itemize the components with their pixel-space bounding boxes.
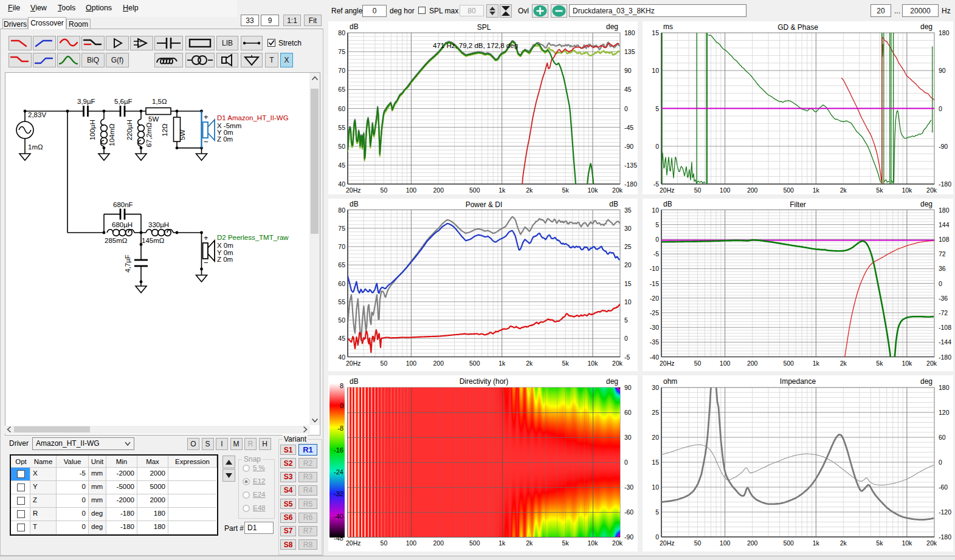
svg-text:5k: 5k <box>876 539 883 547</box>
svg-text:10k: 10k <box>588 186 599 194</box>
svg-text:20Hz: 20Hz <box>346 360 361 367</box>
svg-text:144: 144 <box>939 221 950 228</box>
svg-text:30: 30 <box>624 225 632 232</box>
svg-text:55: 55 <box>338 298 345 306</box>
svg-text:5k: 5k <box>562 186 570 194</box>
svg-text:5,6µF: 5,6µF <box>114 98 133 105</box>
svg-text:200: 200 <box>433 539 444 547</box>
svg-text:-36: -36 <box>939 295 948 302</box>
svg-text:75: 75 <box>338 48 345 55</box>
svg-text:20: 20 <box>652 434 659 441</box>
svg-text:dB: dB <box>350 377 359 386</box>
svg-text:120: 120 <box>939 409 950 416</box>
svg-text:180: 180 <box>939 384 950 391</box>
svg-text:200: 200 <box>433 360 444 367</box>
svg-text:5k: 5k <box>876 360 883 367</box>
svg-text:20k: 20k <box>926 539 937 547</box>
svg-text:100: 100 <box>720 539 731 547</box>
svg-text:0: 0 <box>624 105 628 112</box>
svg-text:80: 80 <box>338 207 345 214</box>
svg-text:1k: 1k <box>813 186 820 194</box>
svg-text:1mΩ: 1mΩ <box>28 143 43 151</box>
svg-text:40: 40 <box>338 180 345 188</box>
svg-text:-72: -72 <box>939 309 948 316</box>
svg-text:500: 500 <box>469 186 480 194</box>
svg-text:-30: -30 <box>624 483 633 491</box>
svg-text:10: 10 <box>652 483 659 491</box>
svg-text:12Ω: 12Ω <box>161 123 168 137</box>
svg-text:180: 180 <box>939 29 950 36</box>
svg-text:80: 80 <box>338 29 345 36</box>
svg-text:2,83V: 2,83V <box>28 111 46 118</box>
svg-text:0: 0 <box>939 280 942 287</box>
svg-text:-120: -120 <box>939 508 951 516</box>
svg-text:72: 72 <box>939 250 946 258</box>
svg-text:20k: 20k <box>612 186 623 194</box>
svg-text:dB: dB <box>609 200 618 208</box>
svg-text:15: 15 <box>624 280 632 287</box>
svg-text:20k: 20k <box>612 360 623 367</box>
svg-text:-25: -25 <box>650 309 659 316</box>
svg-text:180: 180 <box>624 29 635 36</box>
svg-text:10k: 10k <box>588 539 599 547</box>
svg-text:5: 5 <box>655 221 659 228</box>
svg-text:200: 200 <box>747 539 758 547</box>
svg-text:104mΩ: 104mΩ <box>108 123 115 146</box>
svg-text:SPL: SPL <box>477 23 491 32</box>
svg-text:70: 70 <box>338 67 345 74</box>
svg-text:-60: -60 <box>939 483 948 491</box>
svg-text:-90: -90 <box>939 143 948 150</box>
svg-text:0: 0 <box>655 236 659 243</box>
svg-text:108: 108 <box>939 236 950 243</box>
svg-text:200: 200 <box>433 186 444 194</box>
svg-text:Impedance: Impedance <box>780 377 816 386</box>
svg-text:+: + <box>139 39 142 44</box>
svg-text:−: − <box>204 137 209 146</box>
svg-text:100: 100 <box>720 360 731 367</box>
svg-text:10k: 10k <box>902 360 912 367</box>
svg-text:20Hz: 20Hz <box>346 186 361 194</box>
svg-text:Z 0m: Z 0m <box>217 256 233 263</box>
svg-text:100: 100 <box>406 360 417 367</box>
svg-text:1k: 1k <box>813 360 820 367</box>
svg-text:100: 100 <box>406 186 417 194</box>
svg-text:10k: 10k <box>588 360 599 367</box>
svg-text:0: 0 <box>624 335 628 342</box>
svg-text:5: 5 <box>655 105 659 112</box>
svg-text:2k: 2k <box>526 539 533 547</box>
svg-text:500: 500 <box>783 360 794 367</box>
svg-text:65: 65 <box>338 261 345 268</box>
svg-text:50: 50 <box>694 360 702 367</box>
svg-text:+: + <box>204 233 209 242</box>
svg-text:220µH: 220µH <box>126 120 133 140</box>
svg-text:5k: 5k <box>562 360 570 367</box>
svg-text:Power & DI: Power & DI <box>466 200 503 209</box>
svg-text:200: 200 <box>747 186 758 194</box>
svg-text:-30: -30 <box>650 324 659 331</box>
svg-text:-144: -144 <box>939 338 951 346</box>
svg-text:deg: deg <box>920 200 933 208</box>
svg-text:1,5Ω: 1,5Ω <box>152 98 167 105</box>
svg-text:50: 50 <box>381 539 388 547</box>
svg-text:-90: -90 <box>624 143 633 150</box>
svg-text:75: 75 <box>338 225 345 232</box>
svg-text:-180: -180 <box>939 180 951 188</box>
svg-text:Filter: Filter <box>790 200 806 209</box>
svg-text:deg: deg <box>920 377 933 386</box>
svg-text:500: 500 <box>469 539 480 547</box>
svg-text:-40: -40 <box>650 353 659 361</box>
svg-text:20k: 20k <box>926 186 937 194</box>
svg-text:90: 90 <box>624 384 632 391</box>
svg-text:ohm: ohm <box>663 377 677 386</box>
svg-text:20: 20 <box>624 261 632 268</box>
svg-text:10k: 10k <box>902 539 912 547</box>
svg-text:−: − <box>204 258 209 267</box>
svg-text:5k: 5k <box>562 539 570 547</box>
svg-text:-35: -35 <box>650 338 659 346</box>
svg-text:60: 60 <box>939 434 946 441</box>
svg-text:500: 500 <box>783 539 794 547</box>
svg-text:20Hz: 20Hz <box>660 360 675 367</box>
svg-text:500: 500 <box>783 186 794 194</box>
svg-text:67,2mΩ: 67,2mΩ <box>145 122 153 147</box>
svg-text:285mΩ: 285mΩ <box>105 237 128 244</box>
